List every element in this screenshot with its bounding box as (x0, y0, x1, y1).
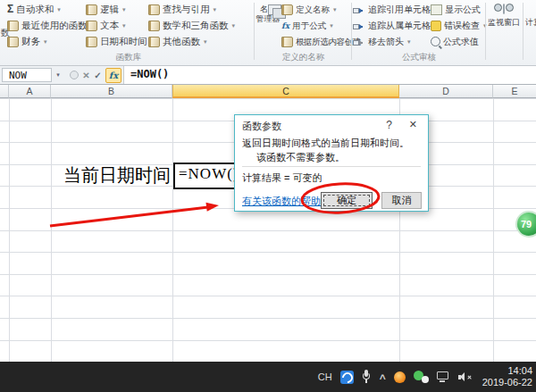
dialog-title: 函数参数 (242, 120, 281, 133)
function-book-icon (7, 21, 19, 31)
more-functions-label: 其他函数 (163, 36, 200, 47)
dialog-description: 返回日期时间格式的当前日期和时间。 (242, 137, 409, 150)
remove-arrows-button[interactable]: 移去箭头 ▾ (353, 36, 431, 47)
lookup-reference-label: 查找与引用 (163, 4, 210, 15)
show-formulas-label: 显示公式 (445, 4, 481, 15)
watch-window-button[interactable]: 监视窗口 (487, 4, 521, 28)
clock[interactable]: 14:04 2019-06-22 (482, 365, 532, 388)
ok-button[interactable]: 确定 (321, 192, 373, 209)
column-header-c-selected[interactable]: C (172, 85, 399, 98)
financial-label: 财务 (21, 36, 40, 47)
error-checking-button[interactable]: 错误检查 ▾ (431, 20, 487, 31)
chevron-down-icon: ▾ (57, 4, 61, 15)
trace-dependents-button[interactable]: 追踪从属单元格 (353, 20, 431, 31)
date-time-label: 日期和时间 (100, 36, 147, 47)
fx-icon: fx (281, 21, 289, 30)
ribbon: 数 Σ 自动求和 ▾ 最近使用的函数 ▾ 财务 ▾ (0, 0, 536, 66)
show-formulas-icon (431, 4, 442, 15)
autosum-button[interactable]: Σ 自动求和 ▾ (7, 4, 94, 15)
cancel-button[interactable]: 取消 (381, 192, 422, 209)
chevron-down-icon: ▾ (122, 20, 126, 31)
error-checking-label: 错误检查 (444, 20, 480, 31)
math-trig-button[interactable]: 数学和三角函数 ▾ (148, 20, 235, 31)
grid-line (51, 98, 52, 362)
insert-function-button[interactable]: fx (105, 68, 121, 83)
evaluate-formula-button[interactable]: 公式求值 (431, 36, 487, 47)
show-hidden-icons-chevron[interactable]: ^ (380, 372, 386, 385)
group-defined-names: 名称 管理器 定义名称 ▾ fx 用于公式 ▾ 根据所选内容创建 (255, 0, 351, 65)
microphone-icon[interactable] (362, 370, 372, 384)
ribbon-separator (485, 3, 486, 60)
lookup-reference-button[interactable]: 查找与引用 ▾ (148, 4, 235, 15)
grid-line (493, 98, 494, 362)
network-display-icon[interactable] (437, 371, 450, 383)
trace-precedents-button[interactable]: 追踪引用单元格 (353, 4, 431, 15)
create-from-selection-button[interactable]: 根据所选内容创建 (281, 36, 361, 47)
evaluate-formula-label: 公式求值 (443, 36, 479, 47)
chevron-down-icon: ▾ (56, 71, 60, 79)
language-indicator[interactable]: CH (318, 371, 332, 382)
more-functions-button[interactable]: 其他函数 ▾ (148, 36, 235, 47)
define-name-label: 定义名称 (296, 4, 330, 15)
grid-line (172, 98, 173, 362)
date-time-button[interactable]: 日期和时间 ▾ (86, 36, 154, 47)
chevron-down-icon: ▾ (214, 4, 217, 15)
error-checking-icon (431, 21, 441, 31)
define-name-button[interactable]: 定义名称 ▾ (281, 4, 361, 15)
name-box[interactable]: NOW (2, 68, 52, 82)
formula-input[interactable]: =NOW() (123, 66, 536, 84)
function-book-icon (86, 37, 97, 47)
row-header-stub (0, 85, 9, 98)
evaluate-formula-icon (431, 37, 440, 46)
calculation-options-button[interactable]: 计算 (525, 4, 536, 28)
calculation-label: 计算 (525, 18, 536, 28)
text-functions-button[interactable]: 文本 ▾ (86, 20, 154, 31)
floating-score-badge[interactable]: 79 (515, 211, 536, 238)
column-header-a[interactable]: A (9, 85, 51, 98)
chevron-down-icon: ▾ (122, 4, 126, 15)
chevron-down-icon: ▾ (232, 20, 236, 31)
trace-dependents-label: 追踪从属单元格 (368, 20, 431, 31)
formula-bar-circle-icon (70, 71, 79, 79)
wechat-icon[interactable] (414, 371, 429, 383)
cancel-entry-button[interactable]: ✕ (80, 68, 92, 82)
ribbon-separator (351, 3, 352, 60)
autosum-label: 自动求和 (16, 4, 54, 15)
logical-label: 逻辑 (100, 4, 119, 15)
name-manager-button[interactable]: 名称 管理器 (255, 4, 281, 24)
group-watch-window: 监视窗口 (487, 0, 521, 65)
column-header-e[interactable]: E (493, 85, 536, 98)
function-book-icon (148, 4, 160, 15)
dialog-help-icon[interactable]: ? (386, 119, 392, 131)
group-function-library: Σ 自动求和 ▾ 最近使用的函数 ▾ 财务 ▾ 逻辑 (5, 0, 252, 65)
column-header-d[interactable]: D (399, 85, 493, 98)
enter-entry-button[interactable]: ✓ (92, 68, 104, 82)
remove-arrows-icon (353, 38, 365, 46)
use-in-formula-button[interactable]: fx 用于公式 ▾ (281, 20, 361, 31)
ribbon-separator (254, 3, 255, 60)
clock-time: 14:04 (482, 365, 532, 377)
grid-icon (281, 37, 293, 47)
grid-line (9, 98, 10, 362)
dialog-divider (242, 166, 421, 167)
trace-precedents-label: 追踪引用单元格 (368, 4, 431, 15)
input-method-icon[interactable] (340, 371, 354, 384)
name-box-dropdown[interactable]: ▾ (52, 68, 64, 82)
column-header-b[interactable]: B (51, 85, 172, 98)
function-book-icon (86, 4, 97, 15)
cell-b-label[interactable]: 当前日期时间 (52, 164, 171, 186)
close-icon[interactable]: ✕ (409, 119, 417, 130)
recent-functions-button[interactable]: 最近使用的函数 ▾ (7, 20, 94, 31)
financial-button[interactable]: 财务 ▾ (7, 36, 94, 47)
function-book-icon (86, 21, 97, 31)
text-functions-label: 文本 (100, 20, 119, 31)
tray-app-icon[interactable] (394, 371, 406, 383)
show-formulas-button[interactable]: 显示公式 (431, 4, 487, 15)
group-label-function-library: 函数库 (5, 52, 252, 63)
chevron-down-icon: ▾ (333, 4, 337, 15)
volume-muted-icon[interactable] (458, 371, 473, 383)
group-calculation-clipped: 计算 (525, 0, 536, 65)
logical-button[interactable]: 逻辑 ▾ (86, 4, 154, 15)
remove-arrows-label: 移去箭头 (368, 36, 404, 47)
chevron-down-icon: ▾ (204, 36, 207, 47)
